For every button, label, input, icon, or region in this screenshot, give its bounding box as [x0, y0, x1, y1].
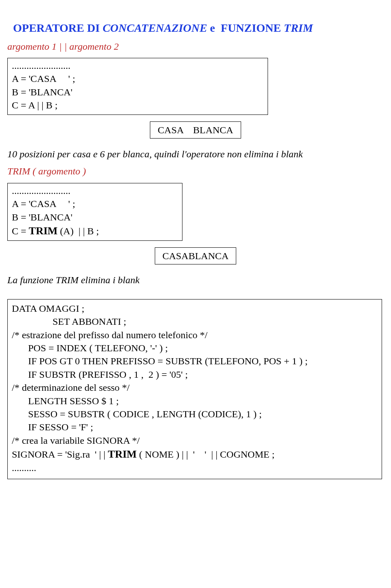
title-part-2: CONCATENAZIONE: [103, 22, 207, 34]
code-line: B = 'BLANCA': [12, 211, 178, 224]
syntax-concat: argomento 1 | | argomento 2: [7, 40, 384, 53]
caption-trim-post: elimina i blank: [81, 275, 140, 285]
code-line: B = 'BLANCA': [12, 86, 264, 99]
code-frag: ( NOME ) | | ' ' | | COGNOME ;: [137, 449, 275, 460]
code-line: C = TRIM (A) | | B ;: [12, 224, 178, 238]
code-line: ........................: [12, 59, 264, 72]
code-line: /* crea la variabile SIGNORA */: [12, 434, 378, 447]
code-box-concat: ........................ A = 'CASA ' ; B…: [7, 58, 268, 115]
caption-trim: La funzione TRIM elimina i blank: [7, 273, 384, 286]
code-line: IF SUBSTR (PREFISSO , 1 , 2 ) = '05' ;: [28, 368, 378, 381]
code-box-program: DATA OMAGGI ; SET ABBONATI ; /* estrazio…: [7, 299, 382, 479]
code-frag: C =: [12, 226, 29, 236]
code-line: ........................: [12, 184, 178, 197]
code-line: /* determinazione del sesso */: [12, 381, 378, 394]
code-line: DATA OMAGGI ;: [12, 302, 378, 315]
caption-trim-pre: La funzione TRIM: [7, 275, 81, 285]
trim-keyword: TRIM: [108, 448, 137, 460]
result-box-trim: CASABLANCA: [155, 247, 237, 264]
code-line: IF POS GT 0 THEN PREFISSO = SUBSTR (TELE…: [28, 355, 378, 368]
code-line: ..........: [12, 461, 378, 474]
code-line: A = 'CASA ' ;: [12, 72, 264, 85]
title-part-3: e FUNZIONE: [207, 22, 284, 34]
code-line: SIGNORA = 'Sig.ra ' | | TRIM ( NOME ) | …: [12, 447, 378, 461]
code-frag: SIGNORA = 'Sig.ra ' | |: [12, 449, 108, 460]
code-line: C = A | | B ;: [12, 99, 264, 112]
code-line: A = 'CASA ' ;: [12, 197, 178, 210]
page-title: OPERATORE DI CONCATENAZIONE e FUNZIONE T…: [7, 5, 384, 36]
code-box-trim: ........................ A = 'CASA ' ; B…: [7, 183, 182, 241]
code-frag: (A) | | B ;: [57, 226, 99, 236]
title-part-4: TRIM: [284, 22, 313, 34]
trim-keyword: TRIM: [29, 225, 58, 237]
code-line: SET ABBONATI ;: [53, 315, 378, 328]
caption-concat: 10 posizioni per casa e 6 per blanca, qu…: [7, 148, 384, 161]
code-line: POS = INDEX ( TELEFONO, '-' ) ;: [28, 341, 378, 355]
result-box-concat: CASA BLANCA: [150, 121, 241, 139]
title-part-1: OPERATORE DI: [13, 22, 103, 34]
code-line: SESSO = SUBSTR ( CODICE , LENGTH (CODICE…: [28, 407, 378, 421]
code-line: LENGTH SESSO $ 1 ;: [28, 394, 378, 407]
code-line: /* estrazione del prefisso dal numero te…: [12, 328, 378, 341]
code-line: IF SESSO = 'F' ;: [28, 421, 378, 434]
syntax-trim: TRIM ( argomento ): [7, 165, 384, 178]
